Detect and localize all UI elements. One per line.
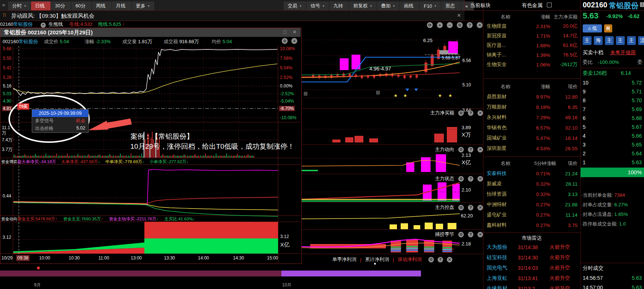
indicator-dropdown-icon[interactable]: ▼ [41, 23, 46, 28]
period-button[interactable]: 更多▼ [132, 1, 155, 10]
five-min-row[interactable]: 盛屯矿业0.27%11.14 [483, 210, 580, 220]
tool-button[interactable]: 形态 [441, 1, 461, 10]
tag-badge[interactable]: 流 [638, 36, 644, 45]
help-icon[interactable]: ? [468, 110, 473, 116]
tool-button[interactable]: 画线 [400, 1, 420, 10]
help-icon[interactable]: ? [468, 147, 473, 152]
gainer-row[interactable]: 永兴材料7.29%49.16 [483, 112, 580, 123]
five-min-row[interactable]: 怡球资源0.32%3.13 [483, 189, 580, 199]
panel-title[interactable]: 主力净买额 [430, 110, 454, 116]
gear-icon[interactable]: ⚙ [458, 205, 464, 210]
gear-icon[interactable]: ⚙ [458, 232, 464, 237]
panel-title[interactable]: 主力控盘 [435, 204, 454, 211]
close-icon[interactable]: ✕ [477, 205, 483, 210]
tool-button[interactable]: 叠加▼ [377, 1, 400, 10]
radar-row[interactable]: 生缘新材 31/13:2 火箭升空 [483, 283, 580, 289]
radar-row[interactable]: 大为股份 31/14:38 火箭升空 [483, 242, 580, 252]
low-warning-badge[interactable]: ⚠低 [583, 24, 602, 32]
gainer-row[interactable]: 鼎胜新材9.97%12.80 [483, 92, 580, 102]
sector-row[interactable]: 钠离子...1.39%76.5亿 [483, 50, 580, 60]
panel-title[interactable]: 主力动向 [435, 146, 454, 153]
gear-icon[interactable]: ⚙ [458, 147, 464, 152]
help-icon[interactable]: ? [468, 205, 473, 210]
panel-title[interactable]: 主力状态 [435, 175, 454, 182]
current-sector[interactable]: 有色金属 [522, 2, 542, 9]
five-min-row[interactable]: 中洲特材0.27%21.88 [483, 199, 580, 210]
indicator-name[interactable]: 生熊线 [48, 21, 63, 27]
gear-icon[interactable]: ⚙ [458, 176, 464, 182]
ask-level-row[interactable]: 35.65 [580, 140, 644, 149]
period-button[interactable]: 日线 [31, 1, 51, 10]
five-min-row[interactable]: 安泰科技0.71%21.24 [483, 168, 580, 179]
radar-list: 大为股份 31/14:38 火箭升空 硅宝科技 31/14:30 火箭升空 国光… [483, 242, 580, 289]
note-icon[interactable]: ▤ [376, 90, 380, 95]
panel-title[interactable]: 捕捞季节 [435, 231, 454, 238]
gainer-row[interactable]: 国城矿业5.47%18.14 [483, 133, 580, 143]
sector-row[interactable]: 新冠疫苗1.71%14.7亿 [483, 31, 580, 41]
tool-button[interactable]: 信号▼ [306, 1, 329, 10]
scrollbar-track[interactable] [0, 271, 281, 276]
radar-row[interactable]: 上海亚虹 31/13:41 火箭升空 [483, 273, 580, 283]
close-icon[interactable]: ✕ [477, 147, 483, 152]
period-button[interactable]: 60分 [71, 1, 92, 10]
kline-name[interactable]: 常铝股份 [13, 21, 32, 27]
ask-level-row[interactable]: 95.71 [580, 87, 644, 96]
gainer-row[interactable]: 华锡有色6.57%32.10 [483, 123, 580, 133]
tag-badge[interactable]: 主 [627, 36, 636, 45]
tab-single-quarter-profit[interactable]: 单季净利润 [332, 256, 356, 263]
ask-level-row[interactable]: 55.67 [580, 123, 644, 131]
ask-level-row[interactable]: 75.69 [580, 105, 644, 114]
note-icon[interactable]: ▤ [304, 91, 308, 96]
ask-level-row[interactable]: 25.64 [580, 149, 644, 158]
sector-row[interactable]: 生物疫苗2.31%20.0亿 [483, 21, 580, 31]
sector-row[interactable]: 生物安全1.06%-2612万 [483, 60, 580, 69]
gainer-row[interactable]: 万顺新材8.18%6.35 [483, 102, 580, 112]
alert-close-icon[interactable]: × [457, 12, 461, 19]
fund-flow-label[interactable]: 资金动向 [1, 216, 17, 222]
tab-cumulative-profit[interactable]: 累计净利润 [365, 256, 389, 263]
ask-level-row[interactable]: 65.68 [580, 114, 644, 123]
alert-text: 异动跟风: 【09:30】触发跟风机会 [11, 13, 95, 20]
close-icon[interactable]: ✕ [447, 257, 452, 262]
depth-label[interactable]: 买卖十档 [583, 49, 603, 55]
ask-level-row[interactable]: 45.66 [580, 131, 644, 140]
quote-price-row: 5.63 -9.92% -0.62 [580, 11, 644, 21]
help-icon[interactable]: ? [468, 232, 473, 237]
gainer-row[interactable]: 深圳新星4.53%26.55 [483, 143, 580, 154]
ask-level-row[interactable]: 85.70 [580, 96, 644, 105]
info-icon[interactable]: i [640, 2, 644, 7]
help-icon[interactable]: ? [438, 257, 443, 262]
radar-row[interactable]: 硅宝科技 31/14:30 火箭升空 [483, 252, 580, 263]
sector-row[interactable]: 医疗器...1.68%61.6亿 [483, 41, 580, 50]
radar-row[interactable]: 国光电气 31/14:03 火箭升空 [483, 263, 580, 273]
tool-button[interactable]: 九转 [329, 1, 349, 10]
five-min-row[interactable]: 新威凌0.32%28.11 [483, 179, 580, 189]
gear-icon[interactable]: ⚙ [458, 110, 464, 116]
close-icon[interactable]: ✕ [477, 176, 483, 182]
period-button[interactable]: 周线 [92, 1, 112, 10]
close-icon[interactable]: ✕ [477, 232, 483, 237]
ask-level-row[interactable]: 105.72 [580, 78, 644, 87]
tag-badge[interactable]: 主 [583, 36, 592, 45]
stack-axis-unit: X亿 [280, 241, 290, 248]
ask-level-row[interactable]: 15.63 [580, 158, 644, 167]
tool-button[interactable]: 前复权▼ [349, 1, 377, 10]
scroll-dot[interactable] [374, 263, 376, 265]
scrollbar-thumb[interactable] [281, 271, 421, 276]
r-badge[interactable]: R [604, 24, 612, 32]
tag-badge[interactable]: 海 [594, 36, 603, 45]
tag-badge[interactable]: 主 [616, 36, 625, 45]
promo-link[interactable]: 来粤开做跟 [610, 49, 636, 55]
gear-icon[interactable]: ⚙ [428, 257, 434, 262]
tool-button[interactable]: F10▼ [420, 1, 441, 10]
time-label: 09:38 [16, 255, 30, 261]
period-button[interactable]: 30分 [51, 1, 71, 10]
tag-badge[interactable]: 主 [605, 36, 614, 45]
five-min-row[interactable]: 鑫科材料0.27%3.75 [483, 220, 580, 230]
tab-rolling-profit[interactable]: 滚动净利润 [398, 256, 422, 263]
panel-axis-value: 3.89 [462, 125, 471, 130]
help-icon[interactable]: ? [468, 176, 473, 182]
expand-icon[interactable] [547, 3, 552, 7]
period-button[interactable]: 月线 [112, 1, 132, 10]
close-icon[interactable]: ✕ [477, 110, 483, 116]
